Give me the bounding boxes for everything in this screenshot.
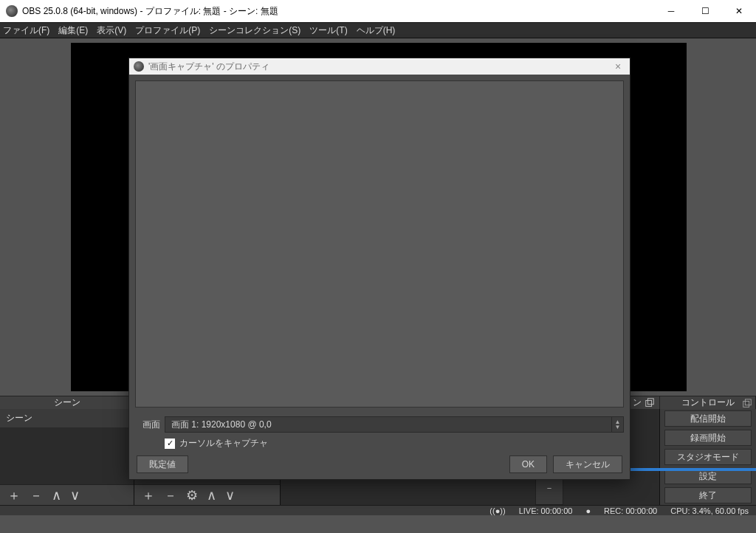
menu-edit[interactable]: 編集(E) (58, 24, 88, 37)
screen-select-spinner[interactable]: ▲▼ (612, 416, 624, 433)
source-down-button[interactable]: ∨ (225, 487, 235, 503)
screen-select-value: 画面 1: 1920x1080 @ 0,0 (171, 419, 272, 431)
popout-icon (742, 399, 752, 409)
properties-dialog: '画面キャプチャ' のプロパティ × 画面 画面 1: 1920x1080 @ … (128, 58, 630, 480)
controls-dock: 配信開始 録画開始 スタジオモード 設定 終了 (660, 409, 756, 505)
menu-bar: ファイル(F) 編集(E) 表示(V) プロファイル(P) シーンコレクション(… (0, 22, 756, 38)
ok-button[interactable]: OK (509, 455, 547, 473)
defaults-button[interactable]: 既定値 (137, 455, 188, 473)
scenes-panel-title: シーン (54, 396, 80, 409)
source-settings-button[interactable]: ⚙ (186, 487, 198, 503)
popout-icon (645, 398, 655, 408)
obs-app-icon (6, 5, 18, 17)
start-recording-button[interactable]: 録画開始 (664, 430, 752, 446)
controls-panel-header[interactable]: コントロール (660, 396, 756, 409)
screen-field-label: 画面 (135, 419, 160, 431)
scenes-toolbar: ＋ － ∧ ∨ (0, 484, 134, 505)
scene-up-button[interactable]: ∧ (52, 487, 61, 503)
menu-profile[interactable]: プロファイル(P) (135, 24, 200, 37)
add-source-button[interactable]: ＋ (142, 486, 155, 504)
cursor-checkbox-label: カーソルをキャプチャ (179, 437, 268, 450)
dialog-close-button[interactable]: × (606, 61, 630, 72)
cursor-checkbox[interactable]: ✓ (165, 439, 175, 449)
remove-scene-button[interactable]: － (30, 486, 43, 504)
status-bar: ((●)) LIVE: 00:00:00 ● REC: 00:00:00 CPU… (0, 505, 756, 515)
window-title: OBS 25.0.8 (64-bit, windows) - プロファイル: 無… (22, 5, 654, 18)
close-button[interactable]: ✕ (722, 0, 756, 22)
scene-down-button[interactable]: ∨ (70, 487, 80, 503)
dialog-title: '画面キャプチャ' のプロパティ (148, 61, 606, 73)
svg-rect-3 (745, 399, 751, 405)
window-titlebar: OBS 25.0.8 (64-bit, windows) - プロファイル: 無… (0, 0, 756, 22)
menu-help[interactable]: ヘルプ(H) (357, 24, 396, 37)
cancel-button[interactable]: キャンセル (553, 455, 622, 473)
controls-panel-title: コントロール (681, 396, 735, 409)
scenes-panel-header[interactable]: シーン (0, 396, 134, 409)
svg-rect-2 (743, 402, 749, 408)
start-streaming-button[interactable]: 配信開始 (664, 410, 752, 427)
dialog-titlebar[interactable]: '画面キャプチャ' のプロパティ × (129, 58, 630, 75)
status-cpu: CPU: 3.4%, 60.00 fps (670, 506, 749, 515)
scenes-dock: シーン ＋ － ∧ ∨ (0, 409, 134, 505)
status-rec: REC: 00:00:00 (604, 506, 657, 515)
remove-source-button[interactable]: － (164, 486, 177, 504)
sources-toolbar: ＋ － ⚙ ∧ ∨ (134, 484, 280, 505)
exit-button[interactable]: 終了 (664, 487, 752, 503)
svg-rect-1 (647, 398, 653, 404)
stream-indicator-icon: ((●)) (489, 506, 505, 515)
minimize-button[interactable]: ─ (654, 0, 688, 22)
status-live: LIVE: 00:00:00 (519, 506, 573, 515)
menu-view[interactable]: 表示(V) (97, 24, 126, 37)
record-indicator-icon: ● (585, 506, 591, 515)
transitions-title-tail: ン (633, 396, 642, 409)
add-scene-button[interactable]: ＋ (7, 486, 21, 504)
maximize-button[interactable]: ☐ (688, 0, 722, 22)
obs-dialog-icon (134, 61, 144, 72)
source-up-button[interactable]: ∧ (207, 487, 216, 503)
menu-tools[interactable]: ツール(T) (309, 24, 347, 37)
menu-file[interactable]: ファイル(F) (3, 24, 49, 37)
screen-select[interactable]: 画面 1: 1920x1080 @ 0,0 (165, 416, 612, 433)
dialog-preview (135, 80, 624, 408)
menu-scene-collection[interactable]: シーンコレクション(S) (209, 24, 300, 37)
svg-rect-0 (646, 400, 652, 406)
scene-list-item[interactable]: シーン (0, 409, 134, 427)
